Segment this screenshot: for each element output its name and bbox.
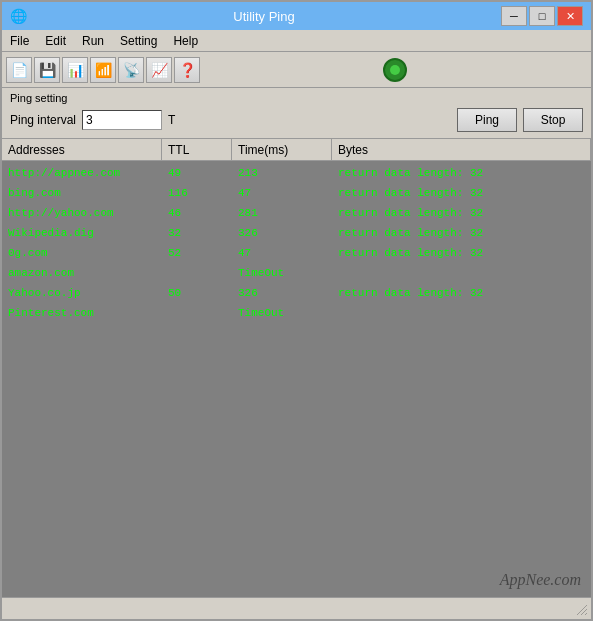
window-title: Utility Ping: [27, 9, 501, 24]
title-buttons: ─ □ ✕: [501, 6, 583, 26]
t-label: T: [168, 113, 451, 127]
stop-button[interactable]: Stop: [523, 108, 583, 132]
col-header-bytes: Bytes: [332, 139, 591, 160]
cell-address: Yahoo.co.jp: [2, 287, 162, 299]
cell-time: 281: [232, 207, 332, 219]
status-bar: [2, 597, 591, 619]
table-body: http://appnee.com 49 213 return data len…: [2, 161, 591, 597]
cell-bytes: return data length: 32: [332, 167, 591, 179]
table-header: Addresses TTL Time(ms) Bytes: [2, 139, 591, 161]
toolbar-btn-signal2[interactable]: 📡: [118, 57, 144, 83]
cell-address: amazon.com: [2, 267, 162, 279]
table-row: http://yahoo.com 46 281 return data leng…: [2, 203, 591, 223]
cell-address: Wikipedia.dig: [2, 227, 162, 239]
toolbar-btn-signal1[interactable]: 📶: [90, 57, 116, 83]
menu-run[interactable]: Run: [74, 32, 112, 50]
network-status-icon: [383, 58, 407, 82]
col-header-time: Time(ms): [232, 139, 332, 160]
ping-interval-input[interactable]: [82, 110, 162, 130]
menu-help[interactable]: Help: [165, 32, 206, 50]
cell-bytes: return data length: 32: [332, 227, 591, 239]
cell-time: 326: [232, 227, 332, 239]
close-button[interactable]: ✕: [557, 6, 583, 26]
svg-line-2: [585, 613, 587, 615]
menu-edit[interactable]: Edit: [37, 32, 74, 50]
table-row: http://appnee.com 49 213 return data len…: [2, 163, 591, 183]
title-bar: 🌐 Utility Ping ─ □ ✕: [2, 2, 591, 30]
toolbar-btn-chart2[interactable]: 📈: [146, 57, 172, 83]
ping-interval-label: Ping interval: [10, 113, 76, 127]
main-window: 🌐 Utility Ping ─ □ ✕ File Edit Run Setti…: [0, 0, 593, 621]
cell-ttl: 52: [162, 247, 232, 259]
cell-ttl: 46: [162, 207, 232, 219]
table-row: 0g.com 52 47 return data length: 32: [2, 243, 591, 263]
ping-setting-area: Ping setting Ping interval T Ping Stop: [2, 88, 591, 139]
toolbar-btn-help[interactable]: ❓: [174, 57, 200, 83]
cell-address: Pinterest.com: [2, 307, 162, 319]
cell-bytes: return data length: 32: [332, 207, 591, 219]
resize-handle[interactable]: [575, 603, 589, 617]
cell-address: http://yahoo.com: [2, 207, 162, 219]
menu-file[interactable]: File: [2, 32, 37, 50]
cell-bytes: return data length: 32: [332, 247, 591, 259]
col-header-addresses: Addresses: [2, 139, 162, 160]
cell-time: 47: [232, 187, 332, 199]
table-row: Yahoo.co.jp 50 326 return data length: 3…: [2, 283, 591, 303]
ping-setting-label: Ping setting: [10, 92, 583, 104]
table-row: Pinterest.com TimeOut: [2, 303, 591, 323]
toolbar-btn-save[interactable]: 💾: [34, 57, 60, 83]
table-row: amazon.com TimeOut: [2, 263, 591, 283]
toolbar-center: [202, 58, 587, 82]
cell-bytes: return data length: 32: [332, 187, 591, 199]
cell-time: 326: [232, 287, 332, 299]
menu-bar: File Edit Run Setting Help: [2, 30, 591, 52]
cell-ttl: 49: [162, 167, 232, 179]
table-area: Addresses TTL Time(ms) Bytes http://appn…: [2, 139, 591, 597]
cell-time: TimeOut: [232, 267, 332, 279]
ping-button[interactable]: Ping: [457, 108, 517, 132]
cell-time: TimeOut: [232, 307, 332, 319]
table-row: Wikipedia.dig 32 326 return data length:…: [2, 223, 591, 243]
watermark-text: AppNee.com: [500, 571, 581, 588]
col-header-ttl: TTL: [162, 139, 232, 160]
cell-time: 47: [232, 247, 332, 259]
cell-address: 0g.com: [2, 247, 162, 259]
title-icon: 🌐: [10, 8, 27, 24]
maximize-button[interactable]: □: [529, 6, 555, 26]
minimize-button[interactable]: ─: [501, 6, 527, 26]
cell-time: 213: [232, 167, 332, 179]
menu-setting[interactable]: Setting: [112, 32, 165, 50]
cell-bytes: return data length: 32: [332, 287, 591, 299]
toolbar-btn-chart1[interactable]: 📊: [62, 57, 88, 83]
cell-ttl: 50: [162, 287, 232, 299]
table-row: bing.com 116 47 return data length: 32: [2, 183, 591, 203]
cell-ttl: 116: [162, 187, 232, 199]
cell-address: http://appnee.com: [2, 167, 162, 179]
cell-ttl: 32: [162, 227, 232, 239]
toolbar-btn-new[interactable]: 📄: [6, 57, 32, 83]
toolbar: 📄 💾 📊 📶 📡 📈 ❓: [2, 52, 591, 88]
watermark: AppNee.com: [500, 571, 581, 589]
cell-address: bing.com: [2, 187, 162, 199]
